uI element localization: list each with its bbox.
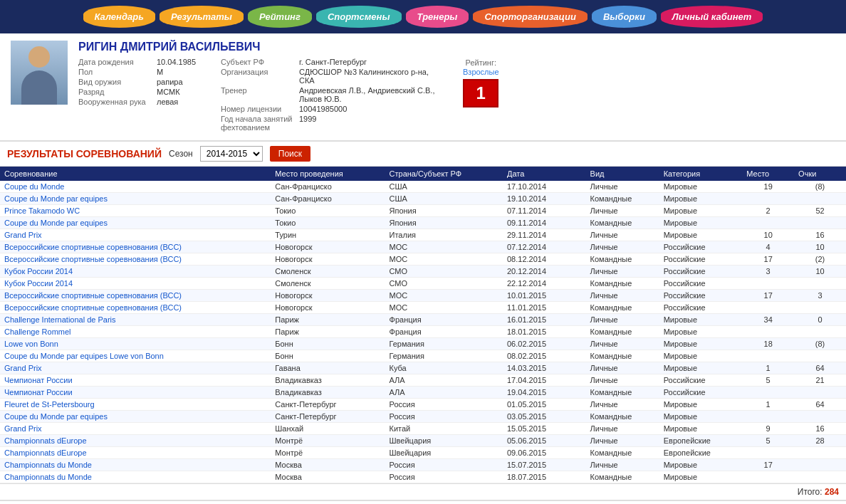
competition-link[interactable]: Championnats dEurope <box>4 436 87 445</box>
place-cell <box>742 471 794 483</box>
nav-item-results[interactable]: Результаты <box>160 6 244 28</box>
points-cell: 28 <box>794 435 846 447</box>
competition-link[interactable]: Grand Prix <box>4 231 42 239</box>
type-cell: Личные <box>586 266 659 278</box>
table-row: Кубок России 2014 Смоленск СМО 22.12.201… <box>0 278 846 290</box>
category-cell: Мировые <box>659 471 743 483</box>
category-cell: Российские <box>659 241 743 253</box>
type-cell: Личные <box>586 314 659 326</box>
competition-link[interactable]: Чемпионат России <box>4 376 73 384</box>
competition-link[interactable]: Coupe du Monde par equipes <box>4 219 108 227</box>
competition-link[interactable]: Всероссийские спортивные соревнования (В… <box>4 243 182 251</box>
col-header-type: Вид <box>586 167 659 181</box>
nav-item-rating[interactable]: Рейтинг <box>248 6 312 28</box>
date-cell: 06.02.2015 <box>503 338 586 350</box>
points-cell: 10 <box>794 266 846 278</box>
competition-link[interactable]: Championnats du Monde <box>4 461 92 469</box>
nav-item-orgs[interactable]: Спорторганизации <box>473 6 587 28</box>
category-cell: Европейские <box>659 435 743 447</box>
table-row: Grand Prix Турин Италия 29.11.2014 Личны… <box>0 229 846 241</box>
results-table-header: Соревнование Место проведения Страна/Суб… <box>0 167 846 181</box>
table-row: Prince Takamodo WC Токио Япония 07.11.20… <box>0 205 846 217</box>
type-cell: Личные <box>586 435 659 447</box>
country-cell: Германия <box>385 350 503 362</box>
type-cell: Командные <box>586 253 659 266</box>
competition-link[interactable]: Challenge Rommel <box>4 327 71 336</box>
competition-link[interactable]: Всероссийские спортивные соревнования (В… <box>4 303 182 312</box>
nav-item-selections[interactable]: Выборки <box>592 6 657 28</box>
gender-value: М <box>157 68 163 76</box>
type-cell: Командные <box>586 447 659 459</box>
nav-item-calendar[interactable]: Календарь <box>83 6 155 28</box>
country-cell: Китай <box>385 423 503 435</box>
license-value: 10041985000 <box>299 105 347 113</box>
category-cell: Мировые <box>659 181 743 193</box>
points-cell <box>794 459 846 471</box>
category-cell: Российские <box>659 374 743 387</box>
total-row: Итого: 284 <box>0 483 846 500</box>
nav-item-athletes[interactable]: Спортсмены <box>316 6 402 28</box>
results-section-header: РЕЗУЛЬТАТЫ СОРЕВНОВАНИЙ Сезон 2014-2015 … <box>0 142 846 167</box>
date-cell: 19.10.2014 <box>503 193 586 205</box>
place-cell: 17 <box>742 253 794 266</box>
location-cell: Москва <box>271 459 385 471</box>
category-cell: Российские <box>659 387 743 399</box>
nav-label-selections: Выборки <box>603 11 645 22</box>
total-value: 284 <box>825 487 839 497</box>
competition-link[interactable]: Coupe du Monde par equipes <box>4 412 108 421</box>
type-cell: Личные <box>586 338 659 350</box>
competition-link[interactable]: Чемпионат России <box>4 388 73 397</box>
date-cell: 03.05.2015 <box>503 411 586 423</box>
country-cell: США <box>385 181 503 193</box>
col-header-location: Место проведения <box>271 167 385 181</box>
country-cell: Швейцария <box>385 435 503 447</box>
date-cell: 14.03.2015 <box>503 362 586 374</box>
competition-link[interactable]: Championnats dEurope <box>4 448 87 457</box>
col-header-date: Дата <box>503 167 586 181</box>
competition-link[interactable]: Championnats du Monde <box>4 473 92 481</box>
date-cell: 18.07.2015 <box>503 471 586 483</box>
date-cell: 09.11.2014 <box>503 217 586 229</box>
season-select[interactable]: 2014-2015 <box>200 146 263 162</box>
type-cell: Личные <box>586 362 659 374</box>
category-cell: Мировые <box>659 205 743 217</box>
location-cell: Новогорск <box>271 302 385 314</box>
type-cell: Личные <box>586 241 659 253</box>
competition-link[interactable]: Prince Takamodo WC <box>4 206 80 215</box>
competition-link[interactable]: Всероссийские спортивные соревнования (В… <box>4 255 182 263</box>
table-row: Coupe du Monde par equipes Токио Япония … <box>0 217 846 229</box>
competition-link[interactable]: Grand Prix <box>4 364 42 372</box>
search-button[interactable]: Поиск <box>270 146 310 162</box>
competition-link[interactable]: Всероссийские спортивные соревнования (В… <box>4 291 182 300</box>
competition-link[interactable]: Challenge International de Paris <box>4 315 116 324</box>
birth-label: Дата рождения <box>78 58 157 66</box>
competition-link[interactable]: Lowe von Bonn <box>4 340 58 348</box>
birth-value: 10.04.1985 <box>157 58 196 66</box>
competition-link[interactable]: Coupe du Monde <box>4 182 64 191</box>
nav-label-orgs: Спорторганизации <box>484 11 575 22</box>
category-cell: Мировые <box>659 423 743 435</box>
nav-label-calendar: Календарь <box>95 11 144 22</box>
place-cell <box>742 217 794 229</box>
location-cell: Гавана <box>271 362 385 374</box>
place-cell: 5 <box>742 435 794 447</box>
competition-link[interactable]: Кубок России 2014 <box>4 279 73 288</box>
competition-link[interactable]: Кубок России 2014 <box>4 267 73 275</box>
type-cell: Командные <box>586 411 659 423</box>
type-cell: Личные <box>586 374 659 387</box>
rating-category-link[interactable]: Взрослые <box>463 68 499 76</box>
place-cell <box>742 302 794 314</box>
location-cell: Турин <box>271 229 385 241</box>
competition-link[interactable]: Coupe du Monde par equipes <box>4 194 108 203</box>
type-cell: Личные <box>586 181 659 193</box>
location-cell: Владикавказ <box>271 374 385 387</box>
table-row: Всероссийские спортивные соревнования (В… <box>0 253 846 266</box>
competition-link[interactable]: Fleuret de St-Petersbourg <box>4 400 95 409</box>
profile-info: РИГИН ДМИТРИЙ ВАСИЛЬЕВИЧ Дата рождения 1… <box>78 41 835 133</box>
nav-item-cabinet[interactable]: Личный кабинет <box>661 6 763 28</box>
nav-label-athletes: Спортсмены <box>328 11 390 22</box>
competition-link[interactable]: Coupe du Monde par equipes Lowe von Bonn <box>4 352 164 360</box>
nav-item-trainers[interactable]: Тренеры <box>406 6 469 28</box>
competition-link[interactable]: Grand Prix <box>4 424 42 433</box>
place-cell: 18 <box>742 338 794 350</box>
